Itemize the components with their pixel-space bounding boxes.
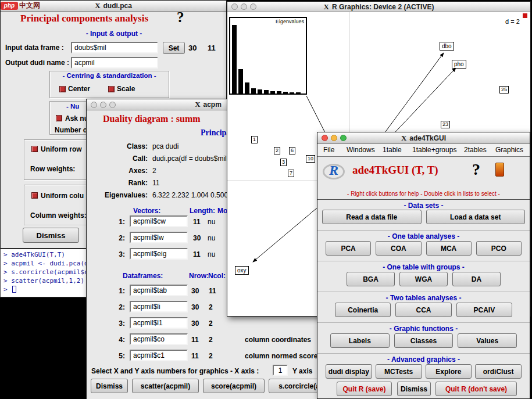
quit-no-save-button[interactable]: Quit R (don't save) <box>435 382 517 396</box>
graphics-title: R Graphics: Device 2 (ACTIVE) <box>332 3 434 11</box>
window-controls <box>91 102 116 108</box>
site-name: 中文网 <box>19 1 40 10</box>
menu-1table[interactable]: 1table <box>383 146 402 154</box>
close-icon[interactable] <box>231 3 238 10</box>
da-button[interactable]: DA <box>452 272 501 286</box>
df-name-field[interactable] <box>130 317 188 329</box>
menu-graphics[interactable]: Graphics <box>495 146 523 154</box>
df-nrow: 11 <box>191 336 199 344</box>
input-data-frame-field[interactable] <box>71 42 158 53</box>
pco-button[interactable]: PCO <box>476 241 522 256</box>
section-label-groups: - One table with groups - <box>317 263 530 271</box>
length-header: Length: <box>190 207 215 215</box>
df-nrow: 30 <box>191 303 199 311</box>
close-icon[interactable] <box>322 135 328 141</box>
console-line: > s.corcircle(acpmil$co <box>3 268 87 276</box>
one-table-buttons: PCA COA MCA PCO <box>317 241 530 256</box>
close-icon[interactable] <box>91 102 97 108</box>
row-point-label: 2 <box>274 147 280 154</box>
coinertia-button[interactable]: Coinertia <box>335 303 391 317</box>
df-name-field[interactable] <box>130 301 188 312</box>
r-console-window[interactable]: > ade4TkGUI(T,T) > acpmil <- dudi.pca(df… <box>0 249 87 297</box>
uniform-row-checkbox[interactable] <box>31 146 38 152</box>
dudi-display-button[interactable]: dudi display <box>326 364 372 379</box>
pca-button[interactable]: PCA <box>326 241 371 256</box>
vector-name-field[interactable] <box>130 215 188 227</box>
score-button[interactable]: score(acpmil) <box>203 379 265 393</box>
minimize-icon[interactable] <box>241 3 247 10</box>
ade4tkgui-titlebar[interactable]: X ade4TkGUI <box>317 132 530 144</box>
explore-button[interactable]: Explore <box>426 364 472 379</box>
minimize-icon[interactable] <box>331 135 337 141</box>
vector-name-field[interactable] <box>130 248 188 260</box>
minimize-icon[interactable] <box>100 102 106 108</box>
vector-name-field[interactable] <box>130 232 188 243</box>
ade4tkgui-heading: ade4TkGUI (T, T) <box>352 164 438 177</box>
variable-label: pho <box>452 60 466 69</box>
menu-windows[interactable]: Windows <box>347 146 375 154</box>
scale-checkbox[interactable] <box>108 86 115 92</box>
load-data-set-button[interactable]: Load a data set <box>426 210 526 224</box>
pca-dismiss-button[interactable]: Dismiss <box>23 228 79 243</box>
eigenvalue-bar <box>290 92 294 94</box>
values-button[interactable]: Values <box>458 333 517 348</box>
graphics-titlebar[interactable]: X R Graphics: Device 2 (ACTIVE) <box>227 2 530 12</box>
input-data-frame-label: Input data frame : <box>5 44 64 52</box>
graphic-functions-buttons: Labels Classes Values <box>317 333 530 348</box>
zoom-icon[interactable] <box>109 102 116 108</box>
set-button[interactable]: Set <box>163 42 185 54</box>
output-dudi-name-label: Output dudi name : <box>5 59 69 67</box>
quit-save-button[interactable]: Quit R (save) <box>337 382 392 396</box>
row-point-label: 25 <box>499 86 509 94</box>
mctests-button[interactable]: MCTests <box>376 364 422 379</box>
df-name-field[interactable] <box>130 350 188 361</box>
help-question-icon[interactable]: ? <box>472 160 480 179</box>
vector-mode: nu <box>208 234 215 242</box>
zoom-icon[interactable] <box>250 3 256 10</box>
ordiclust-button[interactable]: ordiClust <box>475 364 522 379</box>
console-prompt: > <box>3 286 8 293</box>
pcaiv-button[interactable]: PCAIV <box>456 303 512 317</box>
duality-dismiss-button[interactable]: Dismiss <box>91 379 128 393</box>
menu-file[interactable]: File <box>323 146 334 154</box>
uniform-col-label: Uniform colu <box>41 192 84 200</box>
pca-heading: Principal components analysis <box>20 13 148 24</box>
eigenvalue-bar <box>238 69 243 94</box>
menu-1table-groups[interactable]: 1table+groups <box>412 146 456 154</box>
gui-dismiss-button[interactable]: Dismiss <box>397 382 431 396</box>
ncol-value: 11 <box>208 44 216 52</box>
section-label-data-sets: - Data sets - <box>317 202 530 210</box>
divider <box>317 292 530 292</box>
wga-button[interactable]: WGA <box>399 272 448 286</box>
coa-button[interactable]: COA <box>376 241 421 256</box>
scatter-button[interactable]: scatter(acpmil) <box>132 379 199 393</box>
x-axis-input[interactable] <box>273 365 288 376</box>
site-badge: php 中文网 <box>1 1 40 10</box>
center-checkbox[interactable] <box>59 86 66 92</box>
output-dudi-name-field[interactable] <box>71 57 158 69</box>
divider <box>317 230 530 231</box>
uniform-col-checkbox[interactable] <box>31 192 38 199</box>
vector-length: 11 <box>193 250 201 258</box>
df-name-field[interactable] <box>130 285 188 296</box>
section-label-one-table: - One table analyses - <box>317 232 530 240</box>
row-point-label: 3 <box>280 159 287 166</box>
zoom-icon[interactable] <box>340 135 347 141</box>
eigenvalue-bar <box>258 89 262 94</box>
help-question-icon[interactable]: ? <box>177 9 184 26</box>
labels-button[interactable]: Labels <box>330 333 390 348</box>
menu-2tables[interactable]: 2tables <box>464 146 487 154</box>
cca-button[interactable]: CCA <box>395 303 451 317</box>
eigenvalues-inset: Eigenvalues <box>229 17 307 95</box>
eigenvalue-bar <box>251 88 256 94</box>
ask-axes-checkbox[interactable] <box>56 115 62 121</box>
class-value: pca dudi <box>152 142 178 150</box>
df-name-field[interactable] <box>130 333 188 345</box>
mca-button[interactable]: MCA <box>426 241 472 256</box>
r-logo-letter: R <box>329 163 338 178</box>
x11-icon: X <box>95 1 100 10</box>
eigenvalue-bar <box>283 92 288 94</box>
read-data-file-button[interactable]: Read a data file <box>322 210 422 224</box>
classes-button[interactable]: Classes <box>394 333 454 348</box>
bga-button[interactable]: BGA <box>347 272 395 286</box>
